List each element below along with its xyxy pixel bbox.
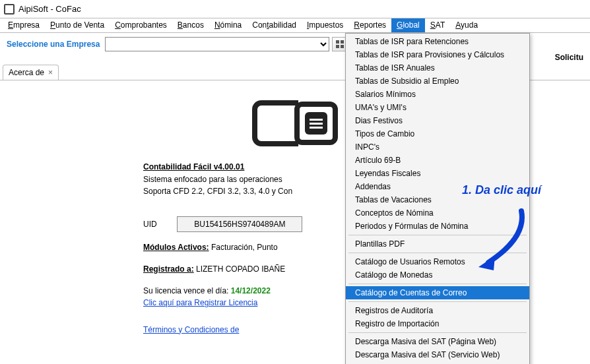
logo-letter-c	[252, 100, 298, 146]
dropdown-item[interactable]: Tablas de ISR para Provisiones y Cálculo…	[346, 48, 529, 61]
terminos-link[interactable]: Términos y Condiciones de	[143, 325, 239, 334]
registrado-value: LIZETH COPADO IBAÑE	[196, 264, 285, 274]
menu-global[interactable]: Global	[391, 18, 425, 32]
menu-nomina[interactable]: Nómina	[209, 18, 247, 32]
global-dropdown: Tablas de ISR para RetencionesTablas de …	[345, 33, 530, 364]
modulos-label: Módulos Activos:	[143, 243, 209, 252]
window-title: AipiSoft - CoFac	[18, 4, 81, 14]
svg-rect-3	[341, 45, 344, 48]
dropdown-item[interactable]: Salarios Mínimos	[346, 88, 529, 101]
dropdown-item[interactable]: Descarga Masiva del SAT (Servicio Web)	[346, 348, 529, 361]
licencia-date: 14/12/2022	[231, 286, 271, 295]
svg-rect-1	[341, 40, 344, 44]
registrar-licencia-link[interactable]: Clic aquí para Registrar Licencia	[143, 298, 257, 307]
menu-punto-venta[interactable]: Punto de Venta	[45, 18, 110, 32]
dropdown-item[interactable]: Tipos de Cambio	[346, 127, 529, 140]
registrado-label: Registrado a:	[143, 264, 194, 274]
modulos-value: Facturación, Punto	[211, 243, 278, 252]
dropdown-item[interactable]: Registro de Importación	[346, 317, 529, 330]
tab-close-icon[interactable]: ×	[48, 68, 53, 77]
svg-marker-9	[478, 256, 495, 270]
menu-empresa[interactable]: Empresa	[3, 18, 45, 32]
dropdown-item[interactable]: INPC's	[346, 140, 529, 154]
dropdown-item[interactable]: Catálogo de Monedas	[346, 268, 529, 282]
dropdown-separator	[348, 332, 527, 333]
annotation-callout: 1. Da clic aquí	[462, 183, 541, 197]
dropdown-separator	[348, 284, 527, 284]
dropdown-item[interactable]: Exportación Masiva de CFDI's	[346, 361, 529, 364]
dropdown-item[interactable]: Tablas de ISR Anuales	[346, 61, 529, 75]
menu-bancos[interactable]: Bancos	[172, 18, 209, 32]
licencia-prefix: Su licencia vence el día:	[143, 286, 228, 295]
dropdown-item[interactable]: Tablas de ISR para Retenciones	[346, 35, 529, 48]
svg-rect-0	[336, 40, 339, 44]
dropdown-item[interactable]: Leyendas Fiscales	[346, 167, 529, 180]
dropdown-item[interactable]: Descarga Masiva del SAT (Página Web)	[346, 335, 529, 348]
dropdown-item[interactable]: UMA's y UMI's	[346, 101, 529, 114]
annotation-arrow-icon	[475, 204, 535, 270]
menu-ayuda[interactable]: Ayuda	[450, 18, 483, 32]
dropdown-item[interactable]: Tablas de Subsidio al Empleo	[346, 75, 529, 88]
menu-impuestos[interactable]: Impuestos	[302, 18, 348, 32]
dropdown-item[interactable]: Dias Festivos	[346, 114, 529, 127]
svg-rect-2	[336, 45, 339, 48]
dropdown-item[interactable]: Registros de Auditoría	[346, 304, 529, 317]
dropdown-separator	[348, 301, 527, 302]
menu-comprobantes[interactable]: Comprobantes	[110, 18, 172, 32]
menu-contabilidad[interactable]: Contabilidad	[247, 18, 302, 32]
menu-sat[interactable]: SAT	[425, 18, 450, 32]
menu-reportes[interactable]: Reportes	[348, 18, 391, 32]
tab-acerca-de[interactable]: Acerca de ×	[3, 65, 59, 80]
titlebar: AipiSoft - CoFac	[0, 0, 590, 18]
menubar: Empresa Punto de Venta Comprobantes Banc…	[0, 18, 590, 33]
select-empresa-label: Seleccione una Empresa	[7, 40, 100, 49]
empresa-select[interactable]	[105, 37, 329, 51]
tab-label: Acerca de	[9, 68, 44, 77]
logo-doc-icon	[305, 112, 327, 135]
uid-label: UID	[143, 218, 175, 231]
dropdown-item[interactable]: Artículo 69-B	[346, 154, 529, 167]
grid-icon	[336, 40, 344, 48]
dropdown-item[interactable]: Catálogo de Cuentas de Correo	[346, 286, 529, 299]
app-icon	[4, 4, 15, 15]
uid-value: BU154156HS9740489AM	[177, 216, 302, 233]
logo-letter-o	[294, 102, 338, 145]
